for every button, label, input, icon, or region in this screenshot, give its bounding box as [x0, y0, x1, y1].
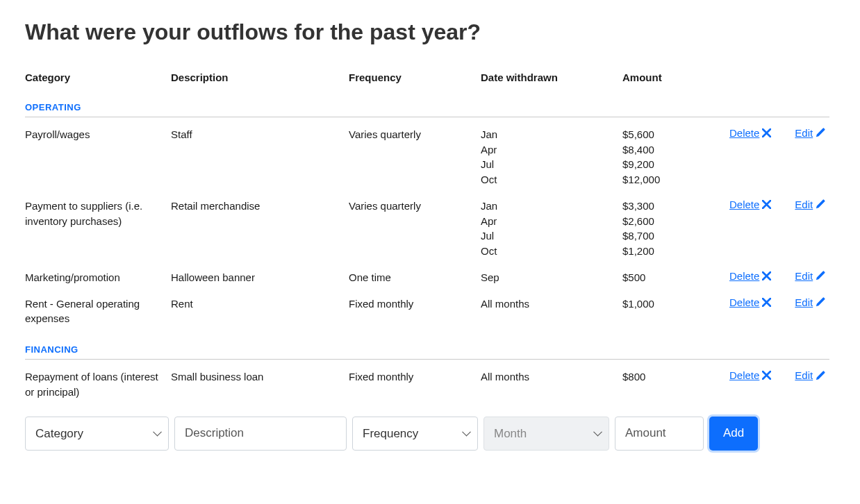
section-label: OPERATING [25, 102, 829, 117]
col-header-category: Category [25, 70, 171, 85]
cell-amount: $1,000 [622, 296, 729, 312]
cell-date: JanAprJulOct [481, 127, 622, 187]
pencil-icon [816, 199, 825, 209]
cell-category: Payment to suppliers (i.e. inventory pur… [25, 199, 171, 229]
cell-frequency: One time [349, 270, 481, 285]
close-icon [762, 271, 771, 280]
cell-category: Repayment of loans (interest or principa… [25, 369, 171, 400]
col-header-date: Date withdrawn [481, 70, 622, 85]
add-outflow-form: Category Frequency Month Add [25, 417, 835, 451]
pencil-icon [816, 297, 825, 307]
table-row: Repayment of loans (interest or principa… [25, 360, 829, 401]
table-row: Payroll/wagesStaffVaries quarterlyJanApr… [25, 117, 829, 189]
table-header-row: Category Description Frequency Date with… [25, 70, 829, 102]
section-label: FINANCING [25, 344, 829, 360]
cell-date: All months [481, 369, 622, 385]
row-actions: Delete Edit [729, 369, 829, 381]
table-row: Marketing/promotionHalloween bannerOne t… [25, 260, 829, 287]
pencil-icon [816, 271, 825, 280]
cell-frequency: Fixed monthly [349, 296, 481, 312]
cell-category: Payroll/wages [25, 127, 171, 142]
pencil-icon [816, 371, 825, 380]
row-actions: Delete Edit [729, 199, 829, 210]
col-header-frequency: Frequency [349, 70, 481, 85]
cell-description: Retail merchandise [171, 199, 349, 214]
cell-date: Sep [481, 270, 622, 285]
delete-button[interactable]: Delete [729, 127, 771, 139]
row-actions: Delete Edit [729, 270, 829, 282]
row-actions: Delete Edit [729, 296, 829, 308]
close-icon [762, 298, 771, 307]
edit-button[interactable]: Edit [795, 270, 825, 282]
month-select[interactable]: Month [483, 417, 609, 451]
delete-button[interactable]: Delete [729, 369, 771, 381]
cell-description: Staff [171, 127, 349, 142]
edit-button[interactable]: Edit [795, 296, 825, 308]
pencil-icon [816, 128, 825, 137]
description-input[interactable] [174, 417, 347, 451]
cell-date: All months [481, 296, 622, 312]
cell-category: Marketing/promotion [25, 270, 171, 285]
add-button[interactable]: Add [709, 417, 758, 451]
cell-description: Halloween banner [171, 270, 349, 285]
close-icon [762, 200, 771, 209]
category-select[interactable]: Category [25, 417, 169, 451]
cell-category: Rent - General operating expenses [25, 296, 171, 327]
cell-date: JanAprJulOct [481, 199, 622, 259]
edit-button[interactable]: Edit [795, 127, 825, 139]
table-row: Payment to suppliers (i.e. inventory pur… [25, 189, 829, 260]
delete-button[interactable]: Delete [729, 270, 771, 282]
amount-input[interactable] [615, 417, 704, 451]
cell-amount: $3,300$2,600$8,700$1,200 [622, 199, 729, 259]
table-row: Rent - General operating expensesRentFix… [25, 287, 829, 328]
cell-frequency: Fixed monthly [349, 369, 481, 385]
col-header-description: Description [171, 70, 349, 85]
close-icon [762, 128, 771, 137]
cell-frequency: Varies quarterly [349, 199, 481, 214]
page-title: What were your outflows for the past yea… [25, 19, 835, 45]
edit-button[interactable]: Edit [795, 369, 825, 381]
row-actions: Delete Edit [729, 127, 829, 139]
cell-amount: $800 [622, 369, 729, 385]
outflows-table: Category Description Frequency Date with… [25, 70, 829, 401]
frequency-select[interactable]: Frequency [352, 417, 478, 451]
delete-button[interactable]: Delete [729, 296, 771, 308]
cell-amount: $5,600$8,400$9,200$12,000 [622, 127, 729, 187]
cell-frequency: Varies quarterly [349, 127, 481, 142]
col-header-amount: Amount [622, 70, 729, 85]
edit-button[interactable]: Edit [795, 199, 825, 210]
close-icon [762, 371, 771, 380]
cell-description: Rent [171, 296, 349, 312]
delete-button[interactable]: Delete [729, 199, 771, 210]
cell-description: Small business loan [171, 369, 349, 385]
cell-amount: $500 [622, 270, 729, 285]
